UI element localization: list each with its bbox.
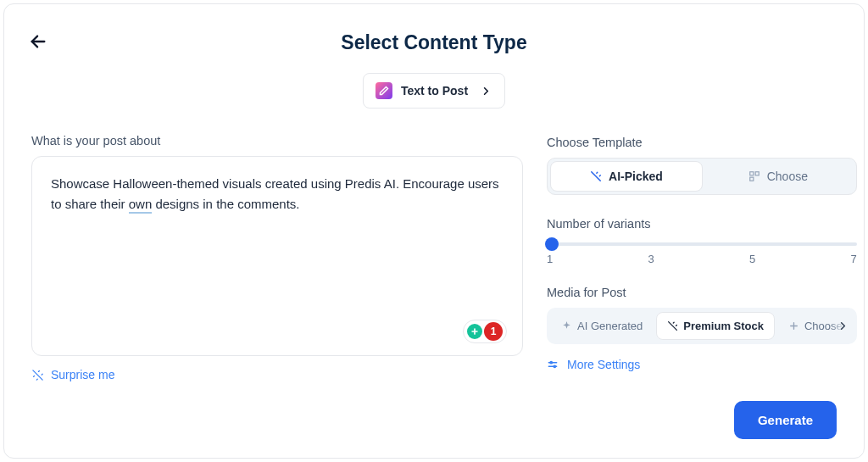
media-chips: AI Generated Premium Stock Choose [547, 308, 857, 344]
content-type-selector[interactable]: Text to Post [363, 73, 505, 109]
more-settings-label: More Settings [567, 358, 640, 371]
wand-icon [667, 320, 678, 331]
surprise-me-label: Surprise me [51, 368, 114, 381]
svg-rect-3 [749, 172, 753, 175]
surprise-me-button[interactable]: Surprise me [31, 368, 523, 381]
template-icon [748, 170, 760, 182]
slider-thumb[interactable] [545, 237, 559, 251]
variants-label: Number of variants [547, 217, 857, 231]
tick-3: 3 [648, 253, 654, 265]
wand-icon [590, 170, 602, 182]
template-ai-picked-label: AI-Picked [609, 170, 663, 183]
svg-point-9 [550, 362, 552, 364]
media-ai-generated-label: AI Generated [577, 320, 643, 332]
variants-slider[interactable] [547, 242, 857, 246]
svg-point-11 [554, 365, 555, 367]
template-toggle: AI-Picked Choose [547, 158, 857, 195]
wand-icon [31, 369, 44, 381]
post-text-part2: designs in the comments. [152, 197, 299, 211]
template-choose-label: Choose [767, 170, 808, 183]
text-to-post-icon [376, 82, 392, 99]
choose-template-label: Choose Template [547, 136, 857, 149]
grammarly-count: 1 [484, 322, 503, 341]
back-button[interactable] [28, 31, 48, 52]
media-label: Media for Post [547, 286, 857, 299]
media-premium-stock[interactable]: Premium Stock [656, 312, 775, 340]
arrow-left-icon [29, 32, 47, 51]
chevron-right-icon [837, 320, 849, 332]
chips-scroll-right[interactable] [831, 312, 854, 341]
tick-1: 1 [547, 253, 553, 265]
more-settings-button[interactable]: More Settings [547, 358, 857, 371]
template-ai-picked[interactable]: AI-Picked [550, 161, 703, 192]
sliders-icon [547, 359, 559, 370]
grammarly-badge[interactable]: 1 [463, 320, 507, 343]
grammarly-plus-icon [467, 324, 482, 339]
tick-5: 5 [749, 253, 755, 265]
chevron-right-icon [480, 85, 492, 97]
svg-rect-5 [749, 177, 753, 181]
generate-button[interactable]: Generate [734, 401, 837, 439]
content-type-label: Text to Post [401, 84, 468, 97]
post-text-content: Showcase Halloween-themed visuals create… [51, 174, 504, 214]
post-text-underlined: own [129, 197, 153, 214]
template-choose[interactable]: Choose [703, 161, 854, 192]
media-ai-generated[interactable]: AI Generated [551, 313, 653, 339]
slider-ticks: 1 3 5 7 [547, 253, 857, 265]
plus-icon [788, 320, 799, 331]
svg-rect-4 [755, 172, 759, 175]
media-premium-stock-label: Premium Stock [683, 320, 764, 332]
page-title: Select Content Type [31, 31, 837, 54]
post-textarea[interactable]: Showcase Halloween-themed visuals create… [31, 156, 523, 356]
tick-7: 7 [851, 253, 857, 265]
sparkle-icon [561, 320, 572, 331]
post-about-label: What is your post about [31, 134, 523, 148]
